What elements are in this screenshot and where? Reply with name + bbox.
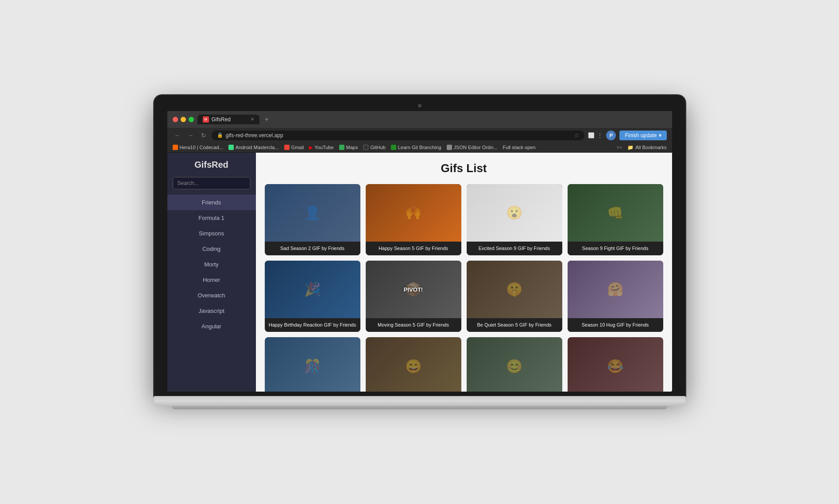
tab-close-icon[interactable]: ✕ bbox=[251, 117, 254, 122]
forward-button[interactable]: → bbox=[186, 131, 196, 140]
bookmark-all-label: All Bookmarks bbox=[635, 145, 666, 150]
bookmark-youtube-icon: ▶ bbox=[309, 145, 313, 150]
bookmark-github[interactable]: GitHub bbox=[363, 145, 385, 150]
bookmark-gmail-icon bbox=[284, 145, 290, 150]
bookmarks-bar: Hera10 | Codecad... Android Mastercla...… bbox=[167, 143, 672, 153]
back-button[interactable]: ← bbox=[173, 131, 182, 140]
gif-label-quiet: Be Quiet Season 5 GIF by Friends bbox=[467, 318, 562, 332]
bookmark-git[interactable]: Learn Git Branching bbox=[391, 145, 441, 150]
gif-thumb-hug: 🤗 bbox=[568, 261, 663, 318]
refresh-button[interactable]: ↻ bbox=[199, 131, 208, 140]
close-button[interactable] bbox=[173, 117, 178, 122]
laptop-frame: G GifsRed ✕ + ← → ↻ 🔒 gifs-red-three.ver… bbox=[154, 95, 685, 409]
gif-thumb-pivot-wrapper: 📦 PIVOT! bbox=[366, 261, 461, 318]
gif-card-hug[interactable]: 🤗 Season 10 Hug GIF by Friends bbox=[568, 261, 663, 332]
gif-thumb-row3-2: 😄 bbox=[366, 337, 461, 391]
laptop-base bbox=[154, 396, 685, 406]
bookmark-hera-label: Hera10 | Codecad... bbox=[180, 145, 223, 150]
sidebar-item-formula1[interactable]: Formula 1 bbox=[167, 210, 256, 226]
sidebar-item-friends[interactable]: Friends bbox=[167, 195, 256, 210]
minimize-button[interactable] bbox=[181, 117, 186, 122]
active-tab[interactable]: G GifsRed ✕ bbox=[197, 115, 259, 124]
tab-favicon: G bbox=[203, 116, 209, 123]
address-bar[interactable]: 🔒 gifs-red-three.vercel.app ☆ bbox=[212, 131, 585, 140]
laptop-bottom bbox=[172, 406, 668, 409]
finish-update-button[interactable]: Finish update ▾ bbox=[619, 131, 666, 140]
bookmark-json-label: JSON Editor Onlin... bbox=[454, 145, 498, 150]
gif-label-pivot: Moving Season 5 GIF by Friends bbox=[366, 318, 461, 332]
gif-label-hug: Season 10 Hug GIF by Friends bbox=[568, 318, 663, 332]
sidebar-item-coding[interactable]: Coding bbox=[167, 241, 256, 257]
gif-thumb-birthday: 🎉 bbox=[265, 261, 360, 318]
camera bbox=[418, 104, 421, 108]
gif-card-birthday[interactable]: 🎉 Happy Birthday Reaction GIF by Friends bbox=[265, 261, 360, 332]
bookmark-fullstack-label: Full stack open bbox=[503, 145, 536, 150]
bookmark-gmail-label: Gmail bbox=[291, 145, 304, 150]
bookmark-maps-icon bbox=[339, 145, 344, 150]
sidebar-item-morty[interactable]: Morty bbox=[167, 257, 256, 272]
bookmark-android[interactable]: Android Mastercla... bbox=[228, 145, 279, 150]
bookmark-folder-icon: 📁 bbox=[627, 145, 634, 150]
gif-card-happy[interactable]: 🙌 Happy Season 5 GIF by Friends bbox=[366, 184, 461, 255]
gif-thumb-sad: 👤 bbox=[265, 184, 360, 242]
screen-bezel: G GifsRed ✕ + ← → ↻ 🔒 gifs-red-three.ver… bbox=[154, 95, 685, 396]
bookmark-android-icon bbox=[228, 145, 234, 150]
browser-titlebar: G GifsRed ✕ + bbox=[167, 111, 672, 128]
gif-card-sad[interactable]: 👤 Sad Season 2 GIF by Friends bbox=[265, 184, 360, 255]
maximize-button[interactable] bbox=[189, 117, 194, 122]
lock-icon: 🔒 bbox=[217, 132, 223, 138]
laptop-screen: G GifsRed ✕ + ← → ↻ 🔒 gifs-red-three.ver… bbox=[167, 111, 672, 392]
gif-card-fight[interactable]: 👊 Season 9 Fight GIF by Friends bbox=[568, 184, 663, 255]
gif-thumb-excited: 😮 bbox=[467, 184, 562, 242]
sidebar-item-javascript[interactable]: Javascript bbox=[167, 303, 256, 319]
bookmark-maps[interactable]: Maps bbox=[339, 145, 358, 150]
window-controls bbox=[173, 117, 194, 122]
tab-title: GifsRed bbox=[212, 116, 231, 123]
pivot-text: PIVOT! bbox=[404, 286, 423, 292]
bookmark-git-label: Learn Git Branching bbox=[398, 145, 441, 150]
bookmark-json-icon bbox=[447, 145, 452, 150]
finish-update-chevron: ▾ bbox=[659, 132, 661, 139]
sidebar-item-angular[interactable]: Angular bbox=[167, 319, 256, 334]
star-icon[interactable]: ☆ bbox=[574, 132, 579, 139]
sidebar-item-overwatch[interactable]: Overwatch bbox=[167, 288, 256, 303]
gif-card-excited[interactable]: 😮 Excited Season 9 GIF by Friends bbox=[467, 184, 562, 255]
gif-grid: 👤 Sad Season 2 GIF by Friends 🙌 Happy Se… bbox=[265, 184, 663, 392]
bookmark-fullstack[interactable]: Full stack open bbox=[503, 145, 536, 150]
gif-label-happy: Happy Season 5 GIF by Friends bbox=[366, 242, 461, 255]
app-logo: GifsRed bbox=[167, 160, 256, 170]
gif-card-row3-1[interactable]: 🎊 bbox=[265, 337, 360, 391]
bookmark-json[interactable]: JSON Editor Onlin... bbox=[447, 145, 498, 150]
gif-card-row3-4[interactable]: 😂 bbox=[568, 337, 663, 391]
browser-chrome: G GifsRed ✕ + ← → ↻ 🔒 gifs-red-three.ver… bbox=[167, 111, 672, 153]
more-icon[interactable]: ⋮ bbox=[597, 132, 603, 139]
bookmark-hera[interactable]: Hera10 | Codecad... bbox=[173, 145, 223, 150]
gif-label-fight: Season 9 Fight GIF by Friends bbox=[568, 242, 663, 255]
sidebar-item-homer[interactable]: Homer bbox=[167, 272, 256, 288]
gif-card-row3-3[interactable]: 😊 bbox=[467, 337, 562, 391]
gif-card-pivot[interactable]: 📦 PIVOT! Moving Season 5 GIF by Friends bbox=[366, 261, 461, 332]
gif-thumb-happy: 🙌 bbox=[366, 184, 461, 242]
bookmark-github-icon bbox=[363, 145, 368, 150]
search-input[interactable] bbox=[173, 177, 251, 189]
page-title: Gifs List bbox=[265, 162, 663, 175]
profile-avatar[interactable]: P bbox=[606, 131, 616, 140]
gif-thumb-row3-1: 🎊 bbox=[265, 337, 360, 391]
gif-label-excited: Excited Season 9 GIF by Friends bbox=[467, 242, 562, 255]
sidebar-item-simpsons[interactable]: Simpsons bbox=[167, 226, 256, 241]
bookmark-gmail[interactable]: Gmail bbox=[284, 145, 304, 150]
gif-label-sad: Sad Season 2 GIF by Friends bbox=[265, 242, 360, 255]
bookmark-all[interactable]: 📁 All Bookmarks bbox=[627, 145, 666, 150]
bookmark-android-label: Android Mastercla... bbox=[236, 145, 279, 150]
more-bookmarks-button[interactable]: >> bbox=[616, 145, 622, 150]
extensions-icon[interactable]: ⬜ bbox=[588, 132, 595, 139]
bookmark-youtube[interactable]: ▶ YouTube bbox=[309, 145, 333, 150]
url-text: gifs-red-three.vercel.app bbox=[226, 132, 283, 139]
gif-card-quiet[interactable]: 🤫 Be Quiet Season 5 GIF by Friends bbox=[467, 261, 562, 332]
new-tab-button[interactable]: + bbox=[261, 115, 272, 123]
bookmark-hera-icon bbox=[173, 145, 178, 150]
extension-icons: ⬜ ⋮ bbox=[588, 132, 603, 139]
sidebar: GifsRed Friends Formula 1 Simpsons Codin… bbox=[167, 153, 256, 392]
gif-card-row3-2[interactable]: 😄 bbox=[366, 337, 461, 391]
bookmark-github-label: GitHub bbox=[370, 145, 385, 150]
